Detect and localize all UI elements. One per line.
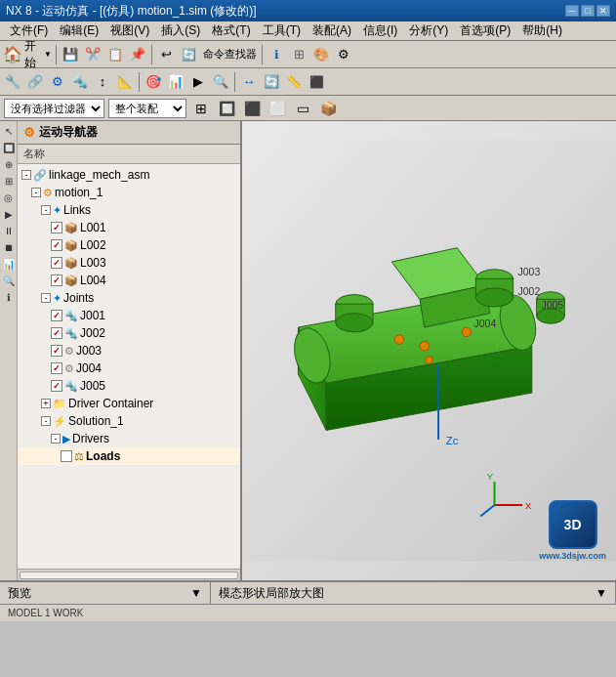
- tree-node-l004[interactable]: 📦 L004: [18, 272, 240, 289]
- checkbox-j002[interactable]: [51, 327, 62, 339]
- viewport[interactable]: J003 J002 J004 J005 Zc X Y 3D: [242, 121, 616, 580]
- menu-help[interactable]: 帮助(H): [516, 21, 568, 40]
- tree-node-motion1[interactable]: - ⚙ motion_1: [18, 184, 240, 201]
- tree-node-l001[interactable]: 📦 L001: [18, 219, 240, 236]
- tree-node-j001[interactable]: 🔩 J001: [18, 307, 240, 324]
- tb2-btn5[interactable]: ↕: [92, 71, 113, 93]
- expand-drivers[interactable]: -: [51, 434, 61, 444]
- tree-node-drivers[interactable]: - ▶ Drivers: [18, 430, 240, 447]
- left-icon-6[interactable]: ▶: [1, 206, 17, 222]
- checkbox-j003[interactable]: [51, 345, 62, 357]
- tree-node-joints[interactable]: - ✦ Joints: [18, 289, 240, 307]
- left-icon-8[interactable]: ⏹: [1, 239, 17, 255]
- tb2-btn6[interactable]: 📐: [114, 71, 136, 93]
- tb2-btn9[interactable]: ▶: [187, 71, 209, 93]
- menu-preferences[interactable]: 首选项(P): [454, 21, 516, 40]
- menu-format[interactable]: 格式(T): [206, 21, 256, 40]
- expand-motion1[interactable]: -: [31, 188, 41, 197]
- menu-info[interactable]: 信息(I): [357, 21, 403, 40]
- left-icon-4[interactable]: ⊞: [1, 173, 17, 189]
- filter-btn1[interactable]: ⊞: [190, 98, 212, 119]
- tree-node-l003[interactable]: 📦 L003: [18, 254, 240, 272]
- tree-node-links[interactable]: - ✦ Links: [18, 201, 240, 219]
- tb2-btn11[interactable]: ↔: [238, 71, 260, 93]
- checkbox-l001[interactable]: [51, 222, 62, 233]
- filter-btn2[interactable]: 🔲: [216, 98, 237, 119]
- menu-insert[interactable]: 插入(S): [155, 21, 206, 40]
- settings-button[interactable]: ⚙: [333, 44, 354, 65]
- checkbox-l004[interactable]: [51, 275, 62, 286]
- menu-tools[interactable]: 工具(T): [257, 21, 307, 40]
- expand-solution1[interactable]: -: [41, 416, 51, 426]
- save-button[interactable]: 💾: [60, 44, 81, 65]
- tree-node-root[interactable]: - 🔗 linkage_mech_asm: [18, 166, 240, 184]
- tree-node-solution1[interactable]: - ⚡ Solution_1: [18, 412, 240, 430]
- node-label-l003: L003: [80, 256, 106, 270]
- tree-node-loads[interactable]: ⚖ Loads: [18, 447, 240, 465]
- left-icon-10[interactable]: 🔍: [1, 273, 17, 288]
- assembly-select[interactable]: 整个装配: [108, 99, 186, 118]
- tb2-btn12[interactable]: 🔄: [261, 71, 282, 93]
- expand-links[interactable]: -: [41, 205, 51, 215]
- redo-button[interactable]: 🔄: [178, 44, 199, 65]
- tb2-btn13[interactable]: 📏: [283, 71, 305, 93]
- menu-view[interactable]: 视图(V): [104, 21, 155, 40]
- tb2-btn10[interactable]: 🔍: [210, 71, 231, 93]
- tree-node-j002[interactable]: 🔩 J002: [18, 324, 240, 342]
- checkbox-loads[interactable]: [61, 450, 72, 462]
- menu-analysis[interactable]: 分析(Y): [403, 21, 454, 40]
- filter-select[interactable]: 没有选择过滤器: [4, 99, 104, 118]
- undo-button[interactable]: ↩: [155, 44, 177, 65]
- tb2-btn3[interactable]: ⚙: [47, 71, 68, 93]
- expand-root[interactable]: -: [21, 170, 31, 180]
- close-button[interactable]: ✕: [596, 5, 610, 17]
- render-button[interactable]: 🎨: [310, 44, 332, 65]
- tb2-btn2[interactable]: 🔗: [24, 71, 46, 93]
- tree-node-j004[interactable]: ⚙ J004: [18, 360, 240, 377]
- left-icon-2[interactable]: 🔲: [1, 140, 17, 155]
- start-button[interactable]: 🏠开始▼: [2, 44, 53, 65]
- copy-button[interactable]: 📋: [104, 44, 126, 65]
- left-icon-1[interactable]: ↖: [1, 123, 17, 139]
- menu-edit[interactable]: 编辑(E): [54, 21, 104, 40]
- snap-button[interactable]: ⊞: [288, 44, 309, 65]
- tree-node-l002[interactable]: 📦 L002: [18, 236, 240, 254]
- cut-button[interactable]: ✂️: [82, 44, 103, 65]
- preview-section[interactable]: 预览 ▼: [0, 582, 211, 604]
- left-icon-11[interactable]: ℹ: [1, 289, 17, 305]
- tb2-btn14[interactable]: ⬛: [306, 71, 327, 93]
- cmd-finder-button[interactable]: 命令查找器: [200, 44, 259, 65]
- left-icon-3[interactable]: ⊕: [1, 156, 17, 172]
- menu-assembly[interactable]: 装配(A): [307, 21, 357, 40]
- checkbox-j005[interactable]: [51, 380, 62, 392]
- tb2-btn1[interactable]: 🔧: [2, 71, 23, 93]
- checkbox-j004[interactable]: [51, 362, 62, 374]
- checkbox-j001[interactable]: [51, 310, 62, 321]
- menubar: 文件(F) 编辑(E) 视图(V) 插入(S) 格式(T) 工具(T) 装配(A…: [0, 21, 616, 41]
- expand-drivercontainer[interactable]: +: [41, 399, 51, 408]
- tree-node-j003[interactable]: ⚙ J003: [18, 342, 240, 360]
- filter-btn3[interactable]: ⬛: [241, 98, 263, 119]
- svg-point-10: [336, 314, 373, 332]
- tb2-btn4[interactable]: 🔩: [69, 71, 91, 93]
- left-icon-7[interactable]: ⏸: [1, 223, 17, 238]
- filter-btn5[interactable]: ▭: [292, 98, 313, 119]
- tree-node-j005[interactable]: 🔩 J005: [18, 377, 240, 395]
- paste-button[interactable]: 📌: [127, 44, 148, 65]
- checkbox-l003[interactable]: [51, 257, 62, 269]
- filter-btn4[interactable]: ⬜: [267, 98, 288, 119]
- tree-node-drivercontainer[interactable]: + 📁 Driver Container: [18, 395, 240, 412]
- filter-btn6[interactable]: 📦: [317, 98, 339, 119]
- modal-label: 模态形状局部放大图: [219, 585, 324, 602]
- maximize-button[interactable]: □: [581, 5, 595, 17]
- info-button[interactable]: ℹ: [266, 44, 287, 65]
- preview-arrow: ▼: [190, 586, 202, 600]
- checkbox-l002[interactable]: [51, 239, 62, 251]
- left-icon-9[interactable]: 📊: [1, 256, 17, 272]
- modal-section[interactable]: 模态形状局部放大图 ▼: [211, 582, 616, 604]
- tb2-btn8[interactable]: 📊: [165, 71, 186, 93]
- left-icon-5[interactable]: ◎: [1, 190, 17, 205]
- expand-joints[interactable]: -: [41, 293, 51, 303]
- minimize-button[interactable]: ─: [565, 5, 579, 17]
- tb2-btn7[interactable]: 🎯: [143, 71, 164, 93]
